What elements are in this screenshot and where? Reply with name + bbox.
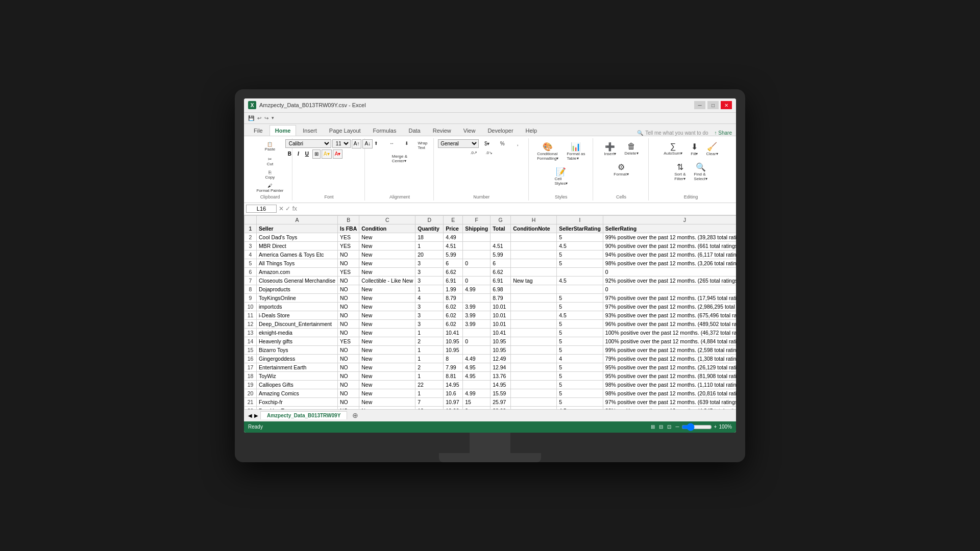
cell-D6[interactable]: 3 [415,267,444,276]
cell-E5[interactable]: 6 [444,259,463,267]
insert-button[interactable]: ➕ Insert▾ [600,139,620,159]
cell-C10[interactable]: New [359,302,415,311]
cell-C14[interactable]: New [359,337,415,345]
row-header-18[interactable]: 18 [244,371,257,380]
tab-formulas[interactable]: Formulas [368,125,402,136]
align-top-button[interactable]: ⬆ [369,139,383,152]
cell-B16[interactable]: NO [338,354,359,363]
cell-B17[interactable]: NO [338,363,359,371]
row-header-16[interactable]: 16 [244,354,257,363]
cell-J12[interactable]: 96% positive over the past 12 months. (4… [603,319,736,328]
cell-H15[interactable] [511,345,557,354]
copy-button[interactable]: ⎘ Copy [254,168,286,181]
cell-E16[interactable]: 8 [444,354,463,363]
cell-I1[interactable]: SellerStarRating [557,224,603,233]
cell-D4[interactable]: 20 [415,250,444,259]
cell-C4[interactable]: New [359,250,415,259]
cell-C2[interactable]: New [359,233,415,241]
cell-H6[interactable] [511,267,557,276]
cell-B15[interactable]: NO [338,345,359,354]
cell-C1[interactable]: Condition [359,224,415,233]
cell-E2[interactable]: 4.49 [444,233,463,241]
col-header-E[interactable]: E [444,215,463,224]
cell-B13[interactable]: NO [338,328,359,337]
row-header-9[interactable]: 9 [244,293,257,302]
cell-E4[interactable]: 5.99 [444,250,463,259]
scroll-right-sheet-icon[interactable]: ▶ [254,413,258,418]
cell-F5[interactable]: 0 [463,259,491,267]
cell-E15[interactable]: 10.95 [444,345,463,354]
close-button[interactable]: ✕ [721,101,732,109]
cell-E22[interactable]: 19.99 [444,406,463,409]
cell-H9[interactable] [511,293,557,302]
cell-G21[interactable]: 25.97 [491,397,511,406]
align-middle-button[interactable]: ↔ [384,139,399,152]
cell-B2[interactable]: YES [338,233,359,241]
cell-G13[interactable]: 10.41 [491,328,511,337]
cell-I18[interactable]: 5 [557,371,603,380]
cell-B1[interactable]: Is FBA [338,224,359,233]
cell-J1[interactable]: SellerRating [603,224,736,233]
cell-G19[interactable]: 14.95 [491,380,511,389]
percent-button[interactable]: % [495,139,509,148]
cell-E20[interactable]: 10.6 [444,389,463,397]
cell-D9[interactable]: 4 [415,293,444,302]
cell-G18[interactable]: 13.76 [491,371,511,380]
underline-button[interactable]: U [303,149,311,159]
cell-G16[interactable]: 12.49 [491,354,511,363]
cell-G10[interactable]: 10.01 [491,302,511,311]
cell-B7[interactable]: NO [338,276,359,285]
row-header-17[interactable]: 17 [244,363,257,371]
cell-I15[interactable]: 5 [557,345,603,354]
cell-I22[interactable]: 4.5 [557,406,603,409]
qat-save-icon[interactable]: 💾 [248,115,254,121]
cell-F13[interactable] [463,328,491,337]
view-normal-icon[interactable]: ⊞ [651,424,655,430]
tell-me-input[interactable]: Tell me what you want to do [645,130,708,136]
format-as-table-button[interactable]: 📊 Format asTable▾ [563,139,589,163]
row-header-19[interactable]: 19 [244,380,257,389]
cell-D1[interactable]: Quantity [415,224,444,233]
row-header-1[interactable]: 1 [244,224,257,233]
cell-E9[interactable]: 8.79 [444,293,463,302]
cell-D20[interactable]: 1 [415,389,444,397]
cell-H16[interactable] [511,354,557,363]
cell-F22[interactable]: 9 [463,406,491,409]
cell-J4[interactable]: 94% positive over the past 12 months. (6… [603,250,736,259]
cell-I6[interactable] [557,267,603,276]
cell-F10[interactable]: 3.99 [463,302,491,311]
cell-F17[interactable]: 4.95 [463,363,491,371]
qat-redo-icon[interactable]: ↪ [264,115,268,121]
delete-button[interactable]: 🗑 Delete▾ [621,139,642,159]
cell-C6[interactable]: New [359,267,415,276]
cell-H8[interactable] [511,285,557,293]
cell-J8[interactable]: 0 [603,285,736,293]
cell-A22[interactable]: Brooklyn Toys [257,406,338,409]
share-button[interactable]: ↑ Share [715,130,732,136]
paste-button[interactable]: 📋 Paste [261,139,279,154]
scroll-left-sheet-icon[interactable]: ◀ [248,413,252,418]
cell-C5[interactable]: New [359,259,415,267]
cell-F16[interactable]: 4.49 [463,354,491,363]
cell-D13[interactable]: 1 [415,328,444,337]
cell-G4[interactable]: 5.99 [491,250,511,259]
cell-C9[interactable]: New [359,293,415,302]
comma-button[interactable]: , [510,139,525,148]
cell-E21[interactable]: 10.97 [444,397,463,406]
tab-help[interactable]: Help [520,125,543,136]
decrease-decimal-button[interactable]: .0↘ [482,149,496,157]
cell-B14[interactable]: YES [338,337,359,345]
cell-J13[interactable]: 100% positive over the past 12 months. (… [603,328,736,337]
cut-button[interactable]: ✂ Cut [254,155,286,168]
cell-J10[interactable]: 97% positive over the past 12 months. (2… [603,302,736,311]
tab-insert[interactable]: Insert [297,125,323,136]
font-size-select[interactable]: 11 [332,139,351,148]
cell-F20[interactable]: 4.99 [463,389,491,397]
align-bottom-button[interactable]: ⬇ [400,139,414,152]
cell-F7[interactable]: 0 [463,276,491,285]
col-header-I[interactable]: I [557,215,603,224]
increase-font-button[interactable]: A↑ [352,139,362,148]
cell-F11[interactable]: 3.99 [463,311,491,319]
row-header-4[interactable]: 4 [244,250,257,259]
cell-B6[interactable]: YES [338,267,359,276]
